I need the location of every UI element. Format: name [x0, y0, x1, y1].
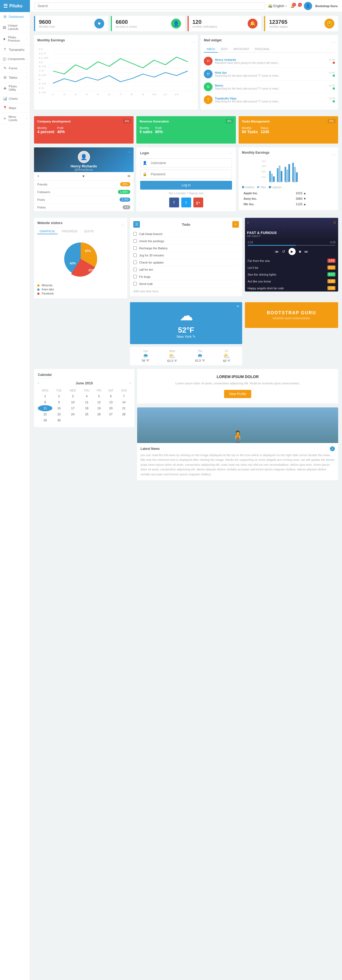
profile-action-message[interactable]: ✉ — [128, 174, 130, 178]
cal-day[interactable]: 2 — [53, 393, 66, 399]
visitors-prev[interactable]: ‹ — [121, 224, 122, 227]
login-next[interactable]: › — [231, 152, 232, 155]
googleplus-login-btn[interactable]: g+ — [193, 197, 203, 207]
cal-day[interactable]: 13 — [104, 399, 117, 405]
cal-day[interactable]: 8 — [38, 399, 53, 405]
cal-day[interactable]: 17 — [66, 405, 80, 411]
cal-day-today[interactable]: 15 — [38, 405, 53, 411]
cal-day[interactable]: 9 — [53, 399, 66, 405]
sidebar-item-utility[interactable]: ◈Piluku Utility› — [0, 82, 30, 94]
mini-earnings-next[interactable]: › — [334, 153, 335, 156]
cal-day[interactable]: 1 — [38, 393, 53, 399]
todo-check-6[interactable] — [133, 275, 137, 278]
tab-quote[interactable]: QUOTE — [82, 229, 96, 234]
username-input[interactable] — [149, 159, 232, 167]
todo-check-7[interactable] — [133, 282, 137, 285]
media-skip-forward-icon[interactable]: ⏭ — [304, 249, 308, 254]
language-selector[interactable]: 🇮🇳 English ~ — [268, 4, 287, 8]
mail-next[interactable]: › — [334, 41, 335, 44]
sidebar-item-typography[interactable]: TTypography — [0, 45, 30, 54]
cal-day[interactable]: 24 — [66, 411, 80, 417]
hamburger-icon[interactable]: ☰ — [3, 3, 8, 9]
sidebar-item-menu-levels[interactable]: ≡Menu Levels› — [0, 113, 30, 124]
mini-earnings-prev[interactable]: ‹ — [332, 153, 333, 156]
cal-day[interactable]: 29 — [38, 417, 53, 423]
cal-day[interactable]: 30 — [53, 417, 66, 423]
cal-day[interactable] — [66, 417, 80, 423]
cal-day[interactable]: 12 — [94, 399, 105, 405]
cal-day[interactable]: 26 — [94, 411, 105, 417]
tab-personal[interactable]: PERSONAL — [252, 46, 272, 52]
mini-earnings-svg: 4000 3000 2000 1000 — [242, 159, 335, 183]
cal-day[interactable]: 11 — [80, 399, 94, 405]
sidebar-item-tables[interactable]: ⊟Tables› — [0, 73, 30, 82]
view-profile-btn[interactable]: View Profile — [224, 390, 251, 398]
cal-day[interactable]: 5 — [94, 393, 105, 399]
login-prev[interactable]: ‹ — [229, 152, 230, 155]
todo-check-3[interactable] — [133, 253, 137, 257]
cal-day[interactable]: 21 — [117, 405, 131, 411]
sidebar-item-charts[interactable]: 📊Charts — [0, 94, 30, 103]
todo-check-4[interactable] — [133, 261, 137, 264]
user-avatar[interactable]: 👤 — [304, 2, 312, 10]
cal-day[interactable]: 18 — [80, 405, 94, 411]
sidebar-item-piluku-premium[interactable]: ★Piluku Premium› — [0, 33, 30, 45]
cal-day[interactable] — [80, 417, 94, 423]
cal-day[interactable] — [117, 417, 131, 423]
search-input[interactable] — [35, 2, 265, 10]
sidebar-item-dashboard[interactable]: ⊞Dashboard — [0, 12, 30, 21]
sidebar-item-unique-layouts[interactable]: ▤Unique Layouts› — [0, 21, 30, 33]
profile-options-icon[interactable]: ··· — [128, 150, 131, 154]
facebook-login-btn[interactable]: f — [169, 197, 179, 207]
cal-day[interactable]: 27 — [104, 411, 117, 417]
cal-day[interactable]: 19 — [94, 405, 105, 411]
password-input[interactable] — [149, 170, 232, 178]
earnings-prev[interactable]: ‹ — [192, 41, 193, 44]
cal-day[interactable]: 28 — [117, 411, 131, 417]
tab-graphical[interactable]: GRAPHICAL — [37, 229, 58, 234]
tab-important[interactable]: IMPORTANT — [231, 46, 252, 52]
cal-day[interactable] — [94, 417, 105, 423]
sidebar-item-components[interactable]: ◫Components› — [0, 54, 30, 64]
todo-check-5[interactable] — [133, 268, 137, 271]
calendar-next[interactable]: › — [129, 381, 131, 385]
todo-check-1[interactable] — [133, 239, 137, 243]
cal-day[interactable]: 25 — [80, 411, 94, 417]
weather-edit-pencil-icon[interactable]: ✎ — [193, 334, 195, 339]
media-rewind-icon[interactable]: ↺ — [282, 249, 285, 254]
media-skip-back-icon[interactable]: ⏮ — [275, 249, 279, 254]
todo-check-2[interactable] — [133, 246, 137, 250]
profile-action-add[interactable]: + — [37, 174, 39, 178]
tab-progress[interactable]: PROGRESS — [60, 229, 80, 234]
app-logo[interactable]: ☰ Piluku — [0, 0, 30, 12]
notifications-btn[interactable]: 🔔 5 — [291, 4, 294, 8]
media-play-btn[interactable]: ▶ — [289, 248, 296, 255]
weather-edit-icon[interactable]: ✏ — [237, 304, 240, 308]
cal-day[interactable]: 6 — [104, 393, 117, 399]
sidebar-item-forms[interactable]: ✎Forms› — [0, 64, 30, 73]
cal-day[interactable]: 22 — [38, 411, 53, 417]
login-button[interactable]: Log in — [140, 181, 232, 189]
cal-day[interactable]: 16 — [53, 405, 66, 411]
cal-day[interactable]: 7 — [117, 393, 131, 399]
cal-day[interactable]: 20 — [104, 405, 117, 411]
todo-add[interactable]: Add new task here... — [133, 290, 239, 293]
sidebar-item-maps[interactable]: 📍Maps — [0, 103, 30, 113]
media-stop-icon[interactable]: ■ — [299, 249, 301, 254]
cal-day[interactable] — [104, 417, 117, 423]
cal-day[interactable]: 10 — [66, 399, 80, 405]
cal-day[interactable]: 23 — [53, 411, 66, 417]
earnings-next[interactable]: › — [193, 41, 195, 44]
twitter-login-btn[interactable]: t — [181, 197, 191, 207]
calendar-prev[interactable]: ‹ — [38, 381, 39, 385]
cal-day[interactable]: 14 — [117, 399, 131, 405]
messages-btn[interactable]: ✉ 3 — [298, 4, 300, 8]
tab-sent[interactable]: SENT — [218, 46, 231, 52]
cal-day[interactable]: 3 — [66, 393, 80, 399]
todo-check-0[interactable] — [133, 232, 137, 235]
tab-inbox[interactable]: INBOX — [204, 46, 218, 52]
cal-day[interactable]: 4 — [80, 393, 94, 399]
visitors-next[interactable]: › — [123, 224, 124, 227]
profile-action-heart[interactable]: ♥ — [82, 174, 84, 178]
mail-prev[interactable]: ‹ — [332, 41, 333, 44]
